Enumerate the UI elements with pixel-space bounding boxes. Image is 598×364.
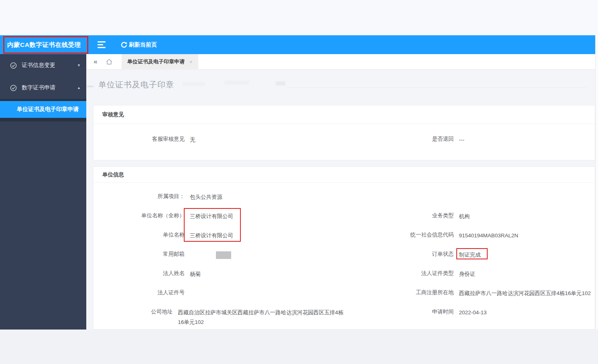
main-content: 单位证书及电子印章 审核意见 客服审核意见 无 是否退回 --- 单位信息 [86, 70, 595, 330]
field-label-apply-time: 申请时间 [344, 302, 459, 317]
tags-view-bar: « 单位证书及电子印章申请 × [86, 54, 595, 70]
collapse-tabs-icon[interactable]: « [89, 58, 102, 66]
field-label-company-address: 公司地址 [94, 302, 178, 327]
tab-unit-cert-seal-apply[interactable]: 单位证书及电子印章申请 × [122, 54, 198, 70]
close-tab-icon[interactable]: × [189, 59, 193, 65]
field-value-email [190, 245, 231, 260]
hamburger-icon [98, 41, 106, 42]
redaction-smudge [87, 86, 94, 87]
field-value-returned: --- [459, 129, 465, 145]
section-title-unit-info: 单位信息 [94, 167, 595, 183]
sidebar-item-label: 证书信息变更 [22, 62, 77, 69]
refresh-icon [120, 41, 129, 49]
field-label-project: 所属项目： [94, 187, 190, 202]
page-title: 单位证书及电子印章 [98, 79, 174, 90]
table-row: 公司地址 西藏自治区拉萨市城关区西藏拉萨市八一路哈达滨河花园西区五排4栋16单元… [94, 302, 595, 327]
field-label-business-type: 业务类型 [344, 206, 459, 221]
table-row: 单位名称 三桥设计有限公司 统一社会信息代码 91540194MAB03RAL2… [94, 225, 595, 245]
field-label-returned: 是否退回 [344, 129, 459, 145]
page-top-margin [0, 0, 598, 35]
vertical-scrollbar[interactable] [595, 35, 598, 330]
field-value-business-type: 机构 [459, 206, 470, 221]
field-label-service-review: 客服审核意见 [94, 129, 190, 145]
field-value-project: 包头公共资源 [190, 187, 222, 202]
redaction-smudge [276, 81, 285, 85]
field-label-order-status: 订单状态 [344, 245, 459, 260]
certificate-check-icon [10, 85, 17, 91]
unit-info-card: 单位信息 所属项目： 包头公共资源 单位名称（全称） 三桥设计有限公司 业 [93, 166, 595, 330]
table-row: 单位名称（全称） 三桥设计有限公司 业务类型 机构 [94, 206, 595, 225]
field-value-legal-name: 杨菊 [190, 264, 201, 279]
field-label-unit-name: 单位名称 [94, 225, 190, 241]
sidebar-submenu: 单位证书及电子印章申请 [0, 99, 86, 121]
sidebar-item-label: 数字证书申请 [22, 84, 77, 91]
table-row: 常用邮箱 订单状态 制证完成 [94, 245, 595, 264]
refresh-page-button[interactable]: 刷新当前页 [120, 35, 157, 54]
field-label-unit-fullname: 单位名称（全称） [94, 206, 190, 221]
redacted-value-block [216, 251, 231, 259]
annotation-box-order-status [456, 248, 488, 259]
redaction-smudge [225, 81, 249, 85]
redaction-smudge [286, 87, 586, 88]
review-fields-row: 客服审核意见 无 是否退回 --- [94, 129, 595, 145]
tab-label: 单位证书及电子印章申请 [127, 58, 185, 65]
section-title-review: 审核意见 [94, 105, 595, 124]
annotation-box-unit-name [184, 208, 241, 242]
field-value-social-credit-code: 91540194MAB03RAL2N [459, 225, 519, 241]
field-label-legal-name: 法人姓名 [94, 264, 190, 279]
sidebar-item-digital-cert-apply[interactable]: 数字证书申请 ▲ [0, 77, 86, 99]
redaction-smudge [183, 82, 205, 86]
table-row: 法人证件号 工商注册所在地 西藏拉萨市八一路哈达滨河花园西区五排4栋16单元10… [94, 283, 595, 302]
home-icon[interactable] [102, 58, 116, 65]
annotation-box-brand [3, 36, 88, 54]
certificate-check-icon [10, 62, 17, 69]
sidebar-subitem-unit-cert-seal-apply[interactable]: 单位证书及电子印章申请 [0, 101, 86, 118]
field-value-company-address: 西藏自治区拉萨市城关区西藏拉萨市八一路哈达滨河花园西区五排4栋16单元102 [178, 302, 344, 327]
field-value-legal-id-type: 身份证 [459, 264, 476, 279]
field-label-email: 常用邮箱 [94, 245, 190, 260]
chevron-down-icon: ▼ [77, 63, 81, 67]
field-label-registered-location: 工商注册所在地 [344, 283, 459, 298]
chevron-up-icon: ▲ [77, 86, 81, 90]
field-label-social-credit-code: 统一社会信息代码 [344, 225, 459, 241]
top-navbar: 内蒙CA数字证书在线受理 刷新当前页 [0, 35, 595, 54]
table-row: 法人姓名 杨菊 法人证件类型 身份证 [94, 264, 595, 283]
sidebar-collapse-button[interactable] [98, 41, 106, 48]
table-row: 所属项目： 包头公共资源 [94, 187, 595, 206]
field-value-service-review: 无 [190, 129, 195, 145]
field-label-legal-id-type: 法人证件类型 [344, 264, 459, 279]
refresh-label: 刷新当前页 [129, 41, 157, 49]
field-value-registered-location: 西藏拉萨市八一路哈达滨河花园西区五排4栋16单元102 [459, 283, 591, 298]
sidebar: 证书信息变更 ▼ 数字证书申请 ▲ 单位证书及电子印章申请 [0, 54, 86, 330]
review-opinion-card: 审核意见 客服审核意见 无 是否退回 --- [93, 105, 595, 160]
field-label-legal-id-number: 法人证件号 [94, 283, 190, 297]
sidebar-item-cert-info-change[interactable]: 证书信息变更 ▼ [0, 54, 86, 77]
field-value-apply-time: 2022-04-13 [459, 302, 487, 317]
